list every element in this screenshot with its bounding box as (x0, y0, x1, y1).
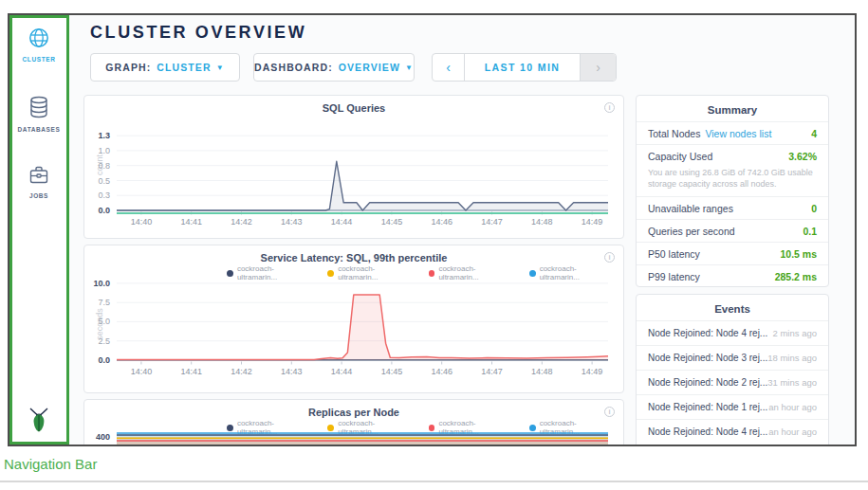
sidebar-item-label: DATABASES (9, 126, 68, 133)
service-latency-plot: 0.02.55.07.510.014:4014:4114:4214:4314:4… (111, 278, 618, 390)
svg-text:14:44: 14:44 (331, 367, 353, 376)
summary-label: Total Nodes (648, 128, 700, 139)
event-row[interactable]: Node Rejoined: Node 2 rej... 31 mins ago (637, 370, 828, 394)
time-range-selector: ‹ LAST 10 MIN › (432, 53, 617, 82)
summary-row-p50-latency: P50 latency 10.5 ms (637, 242, 828, 264)
summary-value: 10.5 ms (780, 248, 817, 260)
svg-text:14:40: 14:40 (131, 367, 153, 376)
event-row[interactable]: Node Rejoined: Node 1 rej... an hour ago (637, 394, 828, 419)
info-icon[interactable]: i (604, 407, 615, 417)
sql-queries-chart-card: SQL Queries i count 0.00.30.50.81.01.314… (83, 95, 624, 239)
sidebar-item-databases[interactable]: DATABASES (9, 95, 68, 133)
time-next-button-disabled[interactable]: › (580, 54, 616, 81)
navigation-sidebar: CLUSTER DATABASES JOBS (9, 15, 68, 445)
app-window: CLUSTER DATABASES JOBS (8, 13, 857, 446)
svg-text:14:40: 14:40 (131, 217, 153, 227)
legend-dot-icon (529, 270, 536, 277)
sidebar-item-label: CLUSTER (9, 56, 68, 63)
summary-value: 0.1 (803, 226, 817, 237)
chart-title: Replicas per Node (84, 400, 623, 418)
time-range-label[interactable]: LAST 10 MIN (465, 54, 580, 81)
svg-text:14:48: 14:48 (531, 367, 553, 376)
briefcase-icon (28, 163, 50, 186)
summary-label: Capacity Used (648, 151, 712, 162)
event-time: 2 mins ago (773, 328, 817, 338)
summary-row-unavailable-ranges: Unavailable ranges 0 (637, 196, 828, 219)
svg-text:14:44: 14:44 (331, 217, 353, 227)
summary-label: Queries per second (648, 226, 735, 237)
event-time: an hour ago (768, 402, 817, 412)
svg-text:14:47: 14:47 (481, 367, 503, 376)
svg-text:14:46: 14:46 (431, 367, 452, 376)
chart-title: SQL Queries (84, 96, 623, 114)
event-time: 18 mins ago (767, 353, 817, 363)
dashboard-dropdown-label: DASHBOARD: (254, 62, 333, 73)
chart-title: Service Latency: SQL, 99th percentile (84, 245, 623, 263)
svg-text:0.3: 0.3 (98, 191, 110, 200)
event-time: 31 mins ago (767, 377, 817, 388)
summary-label: P99 latency (648, 271, 700, 282)
page-title: CLUSTER OVERVIEW (90, 23, 306, 43)
sidebar-item-jobs[interactable]: JOBS (9, 163, 68, 199)
svg-text:14:49: 14:49 (582, 367, 603, 376)
events-panel: Events Node Rejoined: Node 4 rej... 2 mi… (636, 294, 829, 446)
summary-row-queries-per-second: Queries per second 0.1 (637, 219, 828, 242)
svg-text:10.0: 10.0 (93, 279, 110, 288)
summary-row-p99-latency: P99 latency 285.2 ms (637, 264, 828, 287)
cockroach-icon (27, 407, 51, 433)
svg-text:14:46: 14:46 (431, 217, 452, 227)
svg-text:14:45: 14:45 (381, 367, 403, 376)
event-row[interactable]: Node Rejoined: Node 4 rej... an hour ago (637, 419, 828, 444)
summary-value: 285.2 ms (775, 271, 817, 282)
svg-text:14:41: 14:41 (180, 367, 202, 376)
replicas-per-node-chart-card: Replicas per Node i cockroach-ultramarin… (83, 399, 624, 446)
event-text: Node Rejoined: Node 2 rej... (648, 377, 767, 388)
svg-text:14:48: 14:48 (531, 217, 553, 227)
replicas-per-node-plot: 400 (111, 428, 618, 446)
sql-queries-plot: 0.00.30.50.81.01.314:4014:4114:4214:4314… (111, 120, 618, 236)
svg-text:1.3: 1.3 (98, 131, 110, 140)
info-icon[interactable]: i (604, 252, 615, 263)
events-title: Events (637, 295, 828, 320)
time-prev-button[interactable]: ‹ (433, 54, 465, 81)
svg-text:14:41: 14:41 (180, 217, 202, 227)
svg-text:14:42: 14:42 (231, 217, 252, 227)
summary-value: 0 (811, 203, 817, 214)
svg-text:5.0: 5.0 (98, 317, 110, 326)
svg-text:1.0: 1.0 (98, 146, 110, 155)
bottom-divider (0, 481, 868, 482)
summary-row-total-nodes: Total NodesView nodes list 4 (637, 121, 828, 144)
globe-icon (28, 27, 50, 49)
dashboard-dropdown-value: OVERVIEW (339, 62, 400, 73)
svg-text:14:45: 14:45 (381, 217, 403, 227)
summary-panel: Summary Total NodesView nodes list 4 Cap… (636, 95, 829, 287)
view-nodes-list-link[interactable]: View nodes list (705, 128, 771, 139)
sidebar-item-cluster[interactable]: CLUSTER (9, 27, 68, 63)
svg-text:14:42: 14:42 (231, 367, 252, 376)
chevron-down-icon: ▼ (216, 64, 225, 72)
event-row[interactable]: Node Rejoined: Node 3 rej... 18 mins ago (637, 345, 828, 370)
graph-dropdown-value: CLUSTER (157, 62, 211, 73)
svg-text:0.0: 0.0 (98, 355, 110, 365)
summary-value: 3.62% (788, 151, 817, 162)
legend-dot-icon (429, 270, 435, 277)
svg-text:14:49: 14:49 (582, 217, 603, 227)
svg-text:0.5: 0.5 (98, 176, 110, 186)
legend-dot-icon (327, 270, 334, 277)
info-icon[interactable]: i (604, 102, 615, 113)
summary-row-capacity-used: Capacity Used 3.62% (637, 144, 828, 167)
dashboard-dropdown[interactable]: DASHBOARD: OVERVIEW ▼ (253, 53, 415, 82)
event-text: Node Rejoined: Node 4 rej... (648, 426, 767, 437)
summary-label: P50 latency (648, 248, 700, 260)
svg-text:14:43: 14:43 (281, 367, 303, 376)
summary-title: Summary (637, 96, 828, 121)
event-row[interactable]: Node Rejoined: Node 4 rej... 2 mins ago (637, 320, 828, 345)
svg-text:7.5: 7.5 (98, 298, 110, 307)
summary-label: Unavailable ranges (648, 203, 733, 214)
svg-text:0.8: 0.8 (98, 161, 110, 171)
svg-text:14:43: 14:43 (281, 217, 303, 227)
capacity-used-subtext: You are using 26.8 GiB of 742.0 GiB usab… (637, 167, 828, 196)
svg-text:2.5: 2.5 (98, 336, 110, 346)
cockroachdb-logo[interactable] (9, 407, 68, 437)
graph-dropdown[interactable]: GRAPH: CLUSTER ▼ (90, 53, 240, 82)
